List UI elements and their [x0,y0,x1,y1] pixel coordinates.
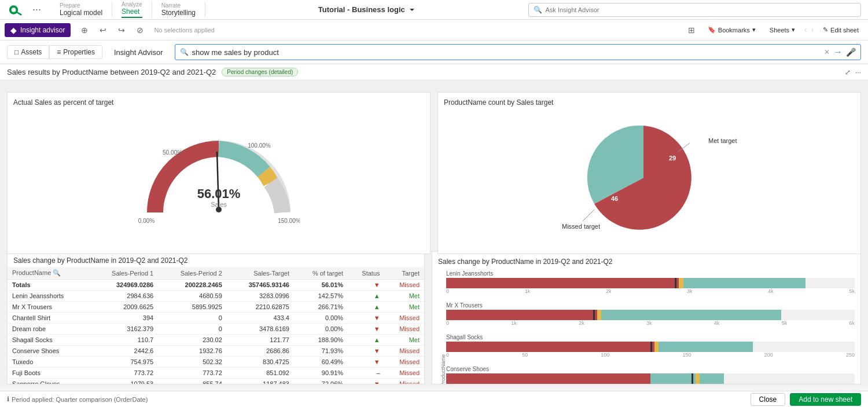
svg-point-1 [12,8,16,12]
bookmark-icon: 🔖 [708,26,716,34]
search-bar-area: □ Assets ≡ Properties Insight Advisor 🔍 … [0,41,868,64]
more-options-icon[interactable]: ··· [855,68,861,76]
charts-row: Actual Sales as percent of target [7,92,861,245]
search-productname-button[interactable]: 🔍 [53,269,61,277]
pie-svg: 46 29 Missed target Met target [551,114,748,241]
bar-row-3: Shagall Socks 050100150200250 [446,334,855,358]
table-row[interactable]: Chantell Shirt 394 0 433.4 0.00% ▼ Misse… [8,313,424,324]
bar-marker-2 [593,310,595,320]
bar-gold-1 [679,278,683,288]
bar-gold-3 [654,342,659,352]
tab-assets[interactable]: □ Assets [7,45,49,59]
expand-icon[interactable]: ⤢ [845,68,851,76]
page-footer: ℹ Period applied: Quarter comparison (Or… [0,391,868,407]
properties-icon: ≡ [57,48,61,56]
assets-icon: □ [14,48,19,56]
bar-row-2: Mr X Trousers 01k2k3k4k5k6k [446,302,855,326]
nav-prepare[interactable]: Prepare Logical model [50,2,112,17]
table-row[interactable]: Lenin Jeansshorts 2984.636 4680.59 3283.… [8,291,424,302]
insight-advisor-button[interactable]: ◆ Insight advisor [5,23,71,37]
bookmarks-chevron: ▾ [752,26,756,34]
sidebar-tabs: □ Assets ≡ Properties [7,45,102,59]
y-axis-label: ProductName [438,270,446,384]
table-row[interactable]: Dream robe 3162.379 0 3478.6169 0.00% ▼ … [8,324,424,335]
insight-advisor-label: Insight Advisor [107,48,170,57]
section-header: Sales results by ProductName between 201… [0,64,868,80]
svg-text:Missed target: Missed target [562,223,600,230]
table-row[interactable]: Mr X Trousers 2009.6625 5895.9925 2210.6… [8,302,424,313]
nav-more-icon[interactable]: ··· [32,3,41,16]
nav-icons-group: ⊕ ↩ ↪ ⊘ [78,23,147,37]
search-clear-icon[interactable]: ✕ [824,48,830,56]
bar-red-2 [446,310,601,320]
svg-line-2 [17,12,21,14]
table-row[interactable]: Tuxedo 754.975 502.32 830.4725 60.49% ▼ … [8,357,424,368]
nav-narrate[interactable]: Narrate Storytelling [152,2,205,17]
table-row[interactable]: Sapporro Gloves 1079.53 855.74 1187.483 … [8,379,424,385]
app-title[interactable]: Tutorial - Business logic [318,5,415,14]
table-row[interactable]: Conserve Shoes 2442.6 1932.76 2686.86 71… [8,346,424,357]
prepare-label: Prepare [60,2,102,9]
svg-text:0.00%: 0.00% [138,218,155,224]
totals-name: Totals [8,280,90,291]
svg-text:46: 46 [611,195,618,202]
table-row[interactable]: Fuji Boots 773.72 773.72 851.092 90.91% … [8,368,424,379]
main-content: Actual Sales as percent of target [0,80,868,387]
bar-rows: Lenin Jeansshorts 01k2k3k4k5k [446,270,855,384]
top-search-wrap: 🔍 [528,3,862,17]
svg-text:56.01%: 56.01% [197,186,241,201]
clear-icon[interactable]: ⊘ [133,23,147,37]
bar-red-1 [446,278,683,288]
pie-chart-title: ProductName count by Sales target [444,98,855,107]
grid-icon[interactable]: ⊞ [685,23,698,37]
gauge-container: 56.01% Sales 0.00% 50.00% 100.00% 150.00… [13,111,424,244]
analyze-label: Analyze [122,1,142,8]
bar-marker-3 [650,342,652,352]
bar-red-3 [446,342,659,352]
sheets-button[interactable]: Sheets ▾ [765,24,800,35]
bar-row-1: Lenin Jeansshorts 01k2k3k4k5k [446,270,855,294]
selection-tool-icon[interactable]: ⊕ [78,23,91,37]
analyze-value: Sheet [122,8,142,18]
bar-marker-4 [692,373,693,384]
col-pct: % of target [294,267,348,280]
search-mic-icon[interactable]: 🎤 [846,47,856,57]
bar-chart-card: Sales change by ProductName in 2019-Q2 a… [432,251,861,384]
edit-sheet-button[interactable]: ✎ Edit sheet [818,24,863,35]
top-search-input[interactable] [546,6,856,13]
section-title: Sales results by ProductName between 201… [7,68,216,76]
tab-properties[interactable]: ≡ Properties [49,45,102,59]
app-title-area: Tutorial - Business logic [205,5,528,14]
gauge-chart-title: Actual Sales as percent of target [13,98,424,107]
pie-chart-card: ProductName count by Sales target 46 29 … [437,92,861,254]
totals-period1: 324969.0286 [90,280,159,291]
undo-icon[interactable]: ↩ [96,23,110,37]
bottom-row: Sales change by ProductName in 2019-Q2 a… [7,251,861,384]
top-navigation: ··· Prepare Logical model Analyze Sheet … [0,0,868,20]
search-input[interactable] [192,48,821,57]
info-icon: ℹ [7,395,9,403]
svg-text:Met target: Met target [708,137,737,144]
svg-line-13 [583,210,594,221]
svg-text:150.00%: 150.00% [278,218,300,224]
nav-analyze[interactable]: Analyze Sheet [112,1,152,18]
table-card: Sales change by ProductName in 2019-Q2 a… [7,251,425,384]
prepare-value: Logical model [60,9,102,17]
second-navigation: ◆ Insight advisor ⊕ ↩ ↪ ⊘ No selections … [0,20,868,41]
bar-red-4 [446,373,650,384]
col-target: Sales-Target [227,267,294,280]
col-period1: Sales-Period 1 [90,267,159,280]
qlik-logo [7,4,25,16]
redo-icon[interactable]: ↪ [115,23,128,37]
bookmarks-button[interactable]: 🔖 Bookmarks ▾ [703,24,760,35]
narrate-label: Narrate [161,2,196,9]
table-row-totals[interactable]: Totals 324969.0286 200228.2465 357465.93… [8,280,424,291]
close-button[interactable]: Close [751,393,786,406]
insight-icon: ◆ [10,25,17,35]
period-badge[interactable]: Period changes (detailed) [222,68,298,76]
search-submit-icon[interactable]: → [833,47,843,57]
section-actions: ⤢ ··· [845,68,861,76]
add-to-sheet-button[interactable]: Add to new sheet [790,393,861,406]
table-row[interactable]: Shagall Socks 110.7 230.02 121.77 188.90… [8,335,424,346]
bar-gold-2 [597,310,601,320]
